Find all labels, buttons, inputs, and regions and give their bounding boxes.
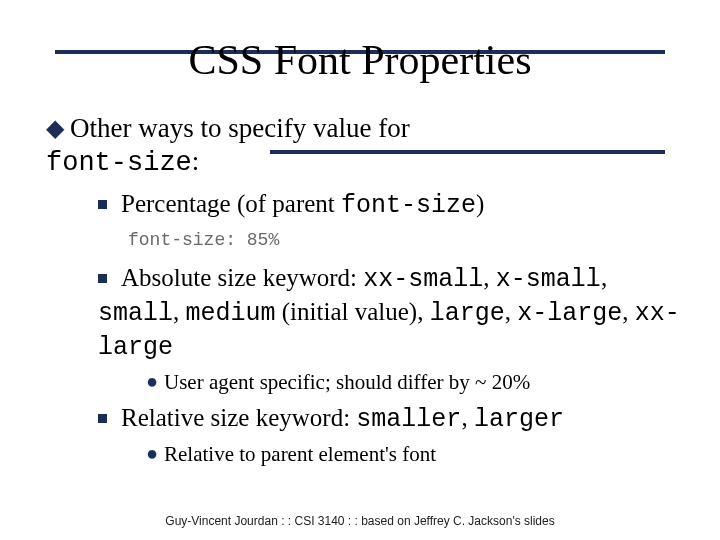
text-span: , [173, 298, 186, 325]
text-span: (initial value), [276, 298, 430, 325]
sub-list-item: ●Relative to parent element's font [146, 440, 680, 468]
list-item-text: Relative size keyword: smaller, larger [121, 404, 564, 431]
code-span: larger [474, 405, 564, 434]
round-bullet-icon: ● [146, 440, 164, 466]
heading-line: ◆Other ways to specify value for font-si… [46, 112, 680, 180]
list-item: Relative size keyword: smaller, larger [98, 402, 680, 436]
sub-list-item: ●User agent specific; should differ by ~… [146, 368, 680, 396]
list-item-text: Percentage (of parent font-size) [121, 190, 484, 217]
heading-code: font-size [46, 148, 192, 178]
text-span: Relative size keyword: [121, 404, 356, 431]
code-span: font-size [341, 191, 476, 220]
list-item: Absolute size keyword: xx-small, x-small… [98, 262, 680, 364]
heading-suffix: : [192, 146, 200, 176]
sub-list: ●User agent specific; should differ by ~… [146, 368, 680, 396]
sub-list: ●Relative to parent element's font [146, 440, 680, 468]
code-example: font-size: 85% [124, 228, 680, 252]
list-item: Percentage (of parent font-size) [98, 188, 680, 222]
code-span: smaller [356, 405, 461, 434]
square-bullet-icon [98, 200, 107, 209]
text-span: Absolute size keyword: [121, 264, 363, 291]
sub-list-item-text: User agent specific; should differ by ~ … [164, 370, 530, 394]
slide-title: CSS Font Properties [0, 36, 720, 84]
slide-footer: Guy-Vincent Jourdan : : CSI 3140 : : bas… [0, 514, 720, 528]
code-span: x-small [496, 265, 601, 294]
diamond-bullet-icon: ◆ [46, 114, 70, 143]
square-bullet-icon [98, 274, 107, 283]
text-span: , [483, 264, 496, 291]
text-span: ) [476, 190, 484, 217]
code-span: xx-small [363, 265, 483, 294]
list-item-text: Absolute size keyword: xx-small, x-small… [98, 264, 680, 359]
title-rule-bottom [270, 150, 665, 154]
code-span: small [98, 299, 173, 328]
heading-prefix: Other ways to specify value for [70, 113, 410, 143]
text-span: , [622, 298, 635, 325]
bullet-list: Percentage (of parent font-size)font-siz… [98, 188, 680, 469]
code-span: medium [186, 299, 276, 328]
text-span: , [601, 264, 607, 291]
round-bullet-icon: ● [146, 368, 164, 394]
code-span: large [430, 299, 505, 328]
square-bullet-icon [98, 414, 107, 423]
code-span: x-large [517, 299, 622, 328]
sub-list-item-text: Relative to parent element's font [164, 442, 436, 466]
text-span: , [461, 404, 474, 431]
title-wrap: CSS Font Properties [0, 0, 720, 84]
text-span: Percentage (of parent [121, 190, 341, 217]
text-span: , [505, 298, 518, 325]
slide: CSS Font Properties ◆Other ways to speci… [0, 0, 720, 540]
slide-body: ◆Other ways to specify value for font-si… [0, 84, 720, 468]
text-span: User agent specific; should differ by ~ … [164, 370, 530, 394]
text-span: Relative to parent element's font [164, 442, 436, 466]
